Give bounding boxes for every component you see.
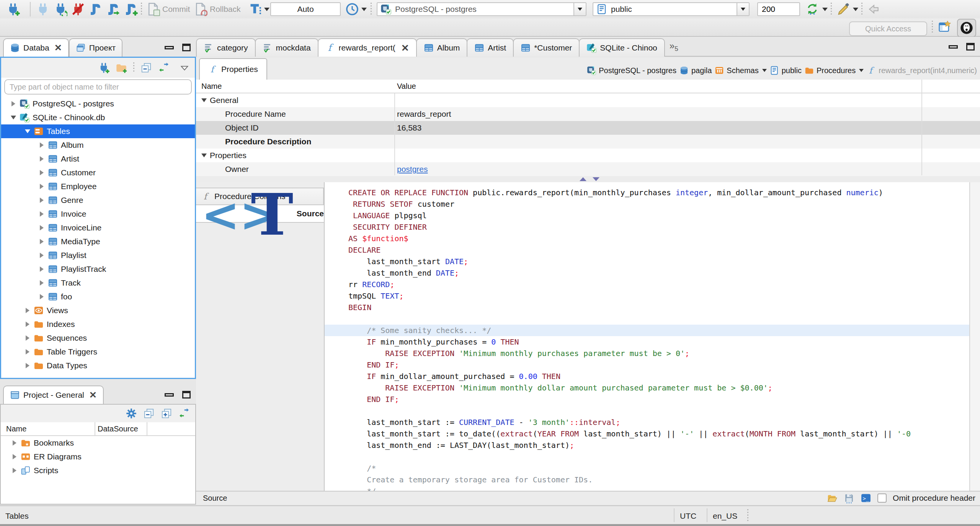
chevron-right-icon[interactable] [24, 322, 31, 327]
chevron-down-icon[interactable] [201, 154, 207, 157]
tree-item-data-types[interactable]: Data Types [1, 359, 195, 372]
disconnect-icon[interactable] [71, 2, 85, 16]
chevron-right-icon[interactable] [24, 363, 31, 368]
open-sql-script-icon[interactable] [106, 2, 120, 16]
project-item-bookmarks[interactable]: Bookmarks [1, 436, 195, 450]
code-line[interactable]: AS $function$ [348, 233, 969, 244]
settings-gear-icon[interactable] [126, 408, 137, 419]
source-editor[interactable]: CREATE OR REPLACE FUNCTION public.reward… [325, 182, 969, 491]
chevron-right-icon[interactable] [11, 468, 18, 473]
code-line[interactable]: CREATE OR REPLACE FUNCTION public.reward… [348, 187, 969, 198]
column-divider[interactable] [95, 422, 95, 435]
splitter-down-icon[interactable] [593, 177, 599, 181]
chevron-right-icon[interactable] [38, 239, 46, 244]
chevron-right-icon[interactable] [11, 454, 18, 459]
rollback-icon[interactable] [194, 2, 207, 16]
code-line[interactable]: last_month_start := to_date((extract(YEA… [348, 428, 969, 439]
history-dropdown-caret[interactable] [361, 8, 367, 11]
connect-icon[interactable] [36, 2, 50, 16]
code-line[interactable]: BEGIN [348, 302, 969, 313]
tab-source[interactable]: <>T Source [196, 204, 324, 223]
breadcrumb-item-public[interactable]: public [770, 66, 802, 75]
tree-item-table-triggers[interactable]: Table Triggers [1, 345, 195, 359]
chevron-right-icon[interactable] [38, 184, 46, 189]
omit-procedure-header-checkbox[interactable] [877, 493, 887, 503]
code-line[interactable]: SECURITY DEFINER [348, 221, 969, 233]
minimize-icon[interactable] [165, 393, 174, 397]
code-line[interactable]: tmpSQL TEXT; [348, 290, 969, 302]
code-line[interactable]: RETURNS SETOF customer [348, 198, 969, 210]
navigator-filter-input[interactable] [4, 79, 192, 95]
open-perspective-icon[interactable] [938, 20, 952, 34]
collapse-all-icon[interactable] [140, 62, 152, 74]
code-line[interactable]: /* Some sanity checks... */ [325, 325, 969, 336]
tree-item-views[interactable]: Views [1, 304, 195, 317]
code-line[interactable]: /* [348, 462, 969, 474]
editor-tab-rewards-report-[interactable]: frewards_report(✕ [318, 38, 417, 57]
minimize-icon[interactable] [165, 46, 174, 49]
source-code[interactable]: CREATE OR REPLACE FUNCTION public.reward… [325, 182, 969, 491]
schema-dropdown-button[interactable] [737, 3, 749, 15]
refresh-dropdown-caret[interactable] [822, 8, 828, 11]
chevron-right-icon[interactable] [38, 142, 46, 148]
project-item-scripts[interactable]: Scripts [1, 464, 195, 477]
transaction-dropdown-caret[interactable] [264, 8, 270, 11]
code-line[interactable] [348, 405, 969, 417]
code-line[interactable]: last_month_end DATE; [348, 267, 969, 279]
commit-mode-combo[interactable]: Auto [270, 2, 341, 16]
code-line[interactable]: END IF; [348, 394, 969, 405]
tab-overflow-button[interactable]: »5 [670, 41, 678, 53]
chevron-right-icon[interactable] [24, 349, 31, 354]
link-with-editor-icon[interactable] [178, 408, 190, 419]
commit-icon[interactable] [146, 2, 160, 16]
breadcrumb-item-rewards-report-int4-numeric-[interactable]: frewards_report(int4,numeric) [867, 66, 977, 75]
tree-item-indexes[interactable]: Indexes [1, 317, 195, 331]
chevron-down-icon[interactable] [201, 98, 207, 102]
dbeaver-perspective-button[interactable] [957, 19, 976, 37]
quick-access-input[interactable]: Quick Access [849, 21, 927, 36]
breadcrumb-item-schemas[interactable]: Schemas [715, 66, 766, 75]
brush-dropdown-caret[interactable] [853, 8, 858, 11]
transaction-history-icon[interactable] [345, 2, 359, 16]
code-line[interactable]: END IF; [348, 359, 969, 371]
new-folder-icon[interactable] [116, 62, 127, 74]
chevron-right-icon[interactable] [38, 253, 46, 258]
maximize-icon[interactable] [966, 43, 975, 51]
grid-row-procedure-name[interactable]: Procedure Namerewards_report [196, 107, 980, 121]
tree-item-foo[interactable]: foo [1, 290, 195, 304]
grid-row-value[interactable]: postgres [397, 165, 428, 174]
maximize-icon[interactable] [182, 391, 191, 399]
chevron-down-icon[interactable] [10, 116, 17, 119]
project-item-er-diagrams[interactable]: ER Diagrams [1, 450, 195, 464]
active-connection-combo[interactable]: PostgreSQL - postgres [377, 2, 586, 16]
load-from-file-icon[interactable] [827, 493, 838, 503]
expand-all-icon[interactable] [161, 408, 172, 419]
editor-tab-mockdata[interactable]: mockdata [255, 38, 318, 57]
editor-tab-category[interactable]: category [196, 38, 256, 57]
link-with-editor-icon[interactable] [158, 62, 170, 74]
chevron-right-icon[interactable] [38, 266, 46, 272]
chevron-right-icon[interactable] [38, 156, 46, 162]
new-connection-icon[interactable] [98, 62, 109, 74]
tree-item-employee[interactable]: Employee [1, 180, 195, 193]
chevron-right-icon[interactable] [24, 335, 31, 341]
column-datasource-header[interactable]: DataSource [98, 425, 138, 433]
editor-scrollbar[interactable] [969, 182, 980, 491]
panel-splitter[interactable] [196, 176, 980, 182]
close-icon[interactable]: ✕ [89, 390, 97, 400]
tree-item-sequences[interactable]: Sequences [1, 331, 195, 345]
chevron-right-icon[interactable] [38, 211, 46, 217]
close-icon[interactable]: ✕ [401, 43, 409, 53]
chevron-right-icon[interactable] [38, 225, 46, 230]
grid-row-properties[interactable]: Properties [196, 149, 980, 162]
tree-item-invoice[interactable]: Invoice [1, 207, 195, 221]
chevron-down-icon[interactable] [762, 69, 767, 72]
auto-refresh-icon[interactable] [805, 2, 819, 16]
editor-tab--customer[interactable]: *Customer [513, 38, 580, 57]
grid-row-general[interactable]: General [196, 93, 980, 107]
chevron-right-icon[interactable] [24, 308, 31, 313]
tree-item-sqlite-chinook-db[interactable]: SQLite - Chinook.db [1, 111, 195, 124]
tab-properties[interactable]: f Properties [199, 58, 267, 80]
tree-item-playlist[interactable]: Playlist [1, 248, 195, 262]
code-line[interactable] [348, 313, 969, 325]
